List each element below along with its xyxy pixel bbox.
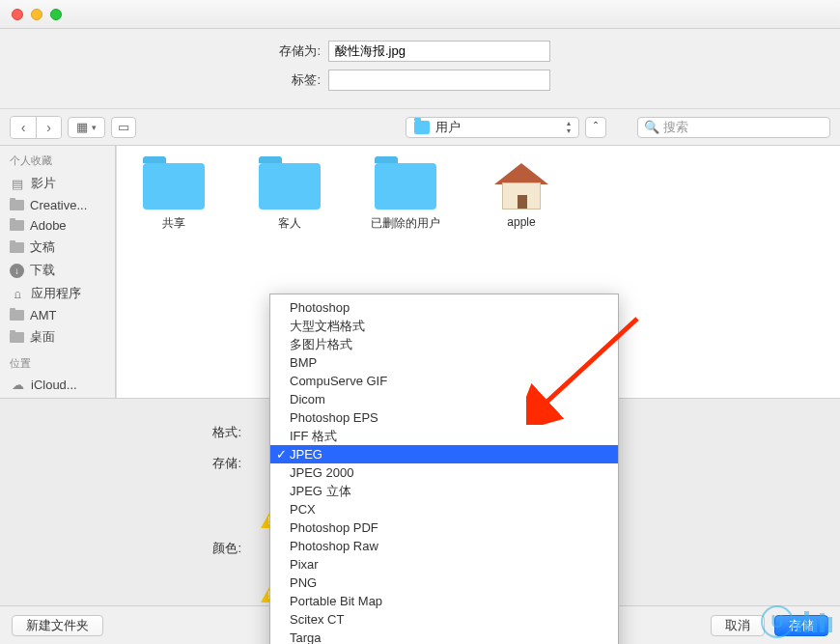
sidebar-label: 应用程序 <box>31 285 81 302</box>
folder-icon <box>10 220 24 231</box>
sidebar-label: 影片 <box>31 175 56 192</box>
back-button[interactable]: ‹ <box>11 117 36 138</box>
search-field[interactable]: 🔍 搜索 <box>637 117 830 138</box>
dropdown-item[interactable]: PNG <box>270 574 618 592</box>
dropdown-item[interactable]: Photoshop Raw <box>270 537 618 555</box>
file-item[interactable]: 已删除的用户 <box>362 163 449 232</box>
sidebar-label: 下载 <box>30 262 55 279</box>
search-icon: 🔍 <box>644 120 659 134</box>
updown-icon: ▴▾ <box>567 120 571 135</box>
new-folder-button[interactable]: 新建文件夹 <box>12 615 103 636</box>
folder-icon <box>10 332 24 343</box>
folder-icon <box>10 310 24 321</box>
home-icon <box>494 163 548 210</box>
save-fields: 存储为: 标签: <box>0 29 840 109</box>
sidebar-item[interactable]: ⩍应用程序 <box>0 282 115 305</box>
save-as-label: 存储为: <box>0 42 328 60</box>
locations-header: 位置 <box>0 349 115 375</box>
sidebar-label: Adobe <box>30 218 67 233</box>
cloud-icon: ☁ <box>10 378 25 392</box>
folder-icon: ▭ <box>118 120 129 134</box>
sidebar-item[interactable]: 桌面 <box>0 325 115 349</box>
dropdown-item[interactable]: JPEG 立体 <box>270 482 618 500</box>
folder-icon <box>10 200 24 210</box>
group-button[interactable]: ▭ <box>111 117 136 138</box>
dropdown-item[interactable]: Photoshop PDF <box>270 518 618 537</box>
sidebar-item[interactable]: Adobe <box>0 215 115 236</box>
save-option-label: 存储: <box>0 455 251 472</box>
annotation-arrow <box>526 309 652 425</box>
titlebar <box>0 0 840 29</box>
grid-icon: ▦ <box>76 120 88 134</box>
tags-label: 标签: <box>0 71 328 89</box>
path-selector[interactable]: 用户 ▴▾ <box>406 117 579 138</box>
sidebar-label: Creative... <box>30 198 87 212</box>
sidebar-item[interactable]: AMT <box>0 305 115 325</box>
dropdown-item[interactable]: Scitex CT <box>270 610 618 629</box>
collapse-button[interactable]: ˆ <box>585 117 606 138</box>
close-window-button[interactable] <box>12 9 23 20</box>
maximize-window-button[interactable] <box>50 9 62 20</box>
item-label: 已删除的用户 <box>371 215 440 232</box>
search-placeholder: 搜索 <box>663 119 688 136</box>
dropdown-item[interactable]: JPEG 2000 <box>270 463 618 482</box>
file-item[interactable]: 客人 <box>246 163 333 232</box>
folder-icon <box>375 163 436 210</box>
file-item[interactable]: 共享 <box>130 163 217 232</box>
save-as-input[interactable] <box>328 41 550 62</box>
path-label: 用户 <box>435 119 461 136</box>
sidebar-label: AMT <box>30 308 56 322</box>
download-icon: ↓ <box>10 264 24 278</box>
sidebar-icon: ⩍ <box>10 287 25 300</box>
folder-icon <box>143 163 205 210</box>
minimize-window-button[interactable] <box>31 9 42 20</box>
format-label: 格式: <box>0 424 251 441</box>
item-label: 客人 <box>278 215 301 232</box>
file-item[interactable]: apple <box>478 163 565 229</box>
dropdown-item[interactable]: Portable Bit Map <box>270 592 618 610</box>
sidebar-item[interactable]: ↓下载 <box>0 259 115 282</box>
forward-button[interactable]: › <box>36 117 61 138</box>
sidebar-label: iCloud... <box>31 378 77 392</box>
sidebar-item[interactable]: Creative... <box>0 195 115 215</box>
view-mode-button[interactable]: ▦ ▾ <box>68 117 105 138</box>
nav-buttons: ‹ › <box>10 116 62 139</box>
sidebar-label: 桌面 <box>30 328 55 346</box>
sidebar-item[interactable]: ☁iCloud... <box>0 375 115 395</box>
tags-input[interactable] <box>328 70 550 91</box>
sidebar-icon: ▤ <box>10 177 25 190</box>
color-label: 颜色: <box>0 540 251 557</box>
item-label: 共享 <box>162 215 185 232</box>
dropdown-item[interactable]: Pixar <box>270 555 618 574</box>
favorites-header: 个人收藏 <box>0 146 115 172</box>
dropdown-item[interactable]: Targa <box>270 629 618 644</box>
item-label: apple <box>507 215 535 229</box>
sidebar-item[interactable]: ▤影片 <box>0 172 115 195</box>
watermark: U <box>761 605 832 638</box>
folder-icon <box>10 242 24 253</box>
dropdown-item[interactable]: PCX <box>270 500 618 518</box>
chevron-down-icon: ▾ <box>92 123 97 132</box>
sidebar-label: 文稿 <box>30 238 55 256</box>
folder-icon <box>414 121 430 134</box>
toolbar: ‹ › ▦ ▾ ▭ 用户 ▴▾ ˆ 🔍 搜索 <box>0 109 840 146</box>
cancel-button[interactable]: 取消 <box>711 615 765 636</box>
sidebar-item[interactable]: 文稿 <box>0 236 115 259</box>
dropdown-item[interactable]: JPEG <box>270 445 618 463</box>
dropdown-item[interactable]: IFF 格式 <box>270 427 618 445</box>
folder-icon <box>259 163 321 210</box>
watermark-icon: U <box>761 605 794 638</box>
svg-line-1 <box>541 319 637 407</box>
